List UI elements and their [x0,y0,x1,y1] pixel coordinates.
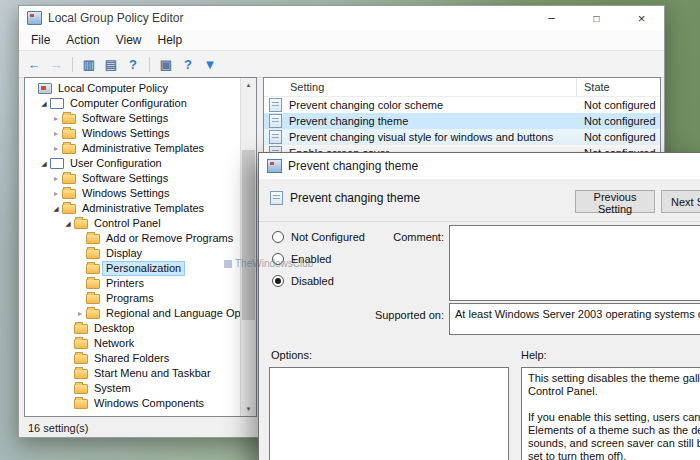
tree-item-display[interactable]: Display [25,246,240,261]
expanded-arrow-icon[interactable]: ◢ [51,205,61,212]
tree-item-label: Computer Configuration [67,97,190,110]
radio-not-configured[interactable]: Not Configured [272,231,365,243]
collapsed-arrow-icon[interactable]: ▸ [51,145,61,153]
tree-item-control-panel[interactable]: ◢Control Panel [25,216,240,231]
tree-item-label: Printers [103,277,147,290]
radio-circle-icon[interactable] [272,275,284,287]
setting-doc-icon [270,191,283,205]
close-button[interactable]: × [619,6,664,30]
folder-icon [74,339,88,349]
list-row-prevent-changing-color-scheme[interactable]: Prevent changing color schemeNot configu… [264,97,660,113]
tree-item-label: Desktop [91,322,137,335]
folder-icon [86,249,100,259]
tree-item-software-settings[interactable]: ▸Software Settings [25,111,240,126]
tree-item-start-menu-and-taskbar[interactable]: Start Menu and Taskbar [25,366,240,381]
scroll-down-icon[interactable]: ▼ [241,402,256,416]
tree-item-add-or-remove-programs[interactable]: Add or Remove Programs [25,231,240,246]
tree-item-label: Regional and Language Options [103,307,240,320]
supported-on-value: At least Windows Server 2003 operating s… [449,303,700,335]
tree-item-label: Administrative Templates [79,142,207,155]
column-header-state[interactable]: State [577,78,660,96]
collapsed-arrow-icon[interactable]: ▸ [51,190,61,198]
tree-item-windows-settings[interactable]: ▸Windows Settings [25,126,240,141]
setting-doc-icon [269,130,282,144]
tree-item-label: Network [91,337,137,350]
tree-item-system[interactable]: System [25,381,240,396]
watermark-text: TheWindowsClub [235,258,313,269]
help-text[interactable]: This setting disables the theme gallery … [521,367,700,460]
filter-icon[interactable]: ▼ [200,54,220,74]
tree-item-programs[interactable]: Programs [25,291,240,306]
list-row-prevent-changing-theme[interactable]: Prevent changing themeNot configured [264,113,660,129]
console-window-icon[interactable]: ▣ [156,54,176,74]
tree-item-network[interactable]: Network [25,336,240,351]
tree-item-label: Display [103,247,145,260]
next-setting-button[interactable]: Next Setting [661,190,700,213]
tree-item-label: Start Menu and Taskbar [91,367,214,380]
menu-item-file[interactable]: File [23,31,58,49]
help-topics-icon[interactable]: ? [178,54,198,74]
tree-item-administrative-templates[interactable]: ▸Administrative Templates [25,141,240,156]
radio-circle-icon[interactable] [272,231,284,243]
expanded-arrow-icon[interactable]: ◢ [39,160,49,167]
options-label: Options: [271,349,312,361]
tree-item-computer-configuration[interactable]: ◢Computer Configuration [25,96,240,111]
menu-item-view[interactable]: View [108,31,150,49]
folder-icon [86,294,100,304]
radio-disabled[interactable]: Disabled [272,275,334,287]
export-list-icon[interactable]: ▤ [101,54,121,74]
back-icon[interactable]: ← [24,54,44,74]
previous-setting-button[interactable]: Previous Setting [575,190,655,213]
tree-scrollbar[interactable]: ▲ ▼ [240,78,256,416]
folder-icon [62,114,76,124]
policy-icon [38,83,52,94]
folder-icon [74,369,88,379]
watermark: TheWindowsClub [224,258,313,269]
setting-doc-icon [269,98,282,112]
folder-icon [62,129,76,139]
comment-input[interactable] [449,225,700,301]
tree-item-label: Administrative Templates [79,202,207,215]
tree-item-desktop[interactable]: Desktop [25,321,240,336]
expanded-arrow-icon[interactable]: ◢ [63,220,73,227]
collapsed-arrow-icon[interactable]: ▸ [51,130,61,138]
expanded-arrow-icon[interactable]: ◢ [39,100,49,107]
tree-item-personalization[interactable]: Personalization [25,261,240,276]
scrollbar-thumb[interactable] [242,150,255,320]
collapsed-arrow-icon[interactable]: ▸ [75,310,85,318]
list-header: Setting State [264,78,660,97]
forward-icon[interactable]: → [46,54,66,74]
setting-name: Prevent changing visual style for window… [289,131,577,143]
tree-item-software-settings[interactable]: ▸Software Settings [25,171,240,186]
menu-bar: FileActionViewHelp [19,30,664,50]
folder-icon [62,144,76,154]
collapsed-arrow-icon[interactable]: ▸ [51,115,61,123]
help-icon[interactable]: ? [123,54,143,74]
tree-item-shared-folders[interactable]: Shared Folders [25,351,240,366]
computer-icon [50,158,64,169]
tree-item-user-configuration[interactable]: ◢User Configuration [25,156,240,171]
collapsed-arrow-icon[interactable]: ▸ [51,175,61,183]
tree-item-label: Software Settings [79,172,171,185]
dialog-title: Prevent changing theme [288,159,418,173]
tree-item-regional-and-language-options[interactable]: ▸Regional and Language Options [25,306,240,321]
tree-item-administrative-templates[interactable]: ◢Administrative Templates [25,201,240,216]
menu-item-action[interactable]: Action [58,31,107,49]
tree-item-windows-settings[interactable]: ▸Windows Settings [25,186,240,201]
maximize-button[interactable]: □ [574,6,619,30]
minimize-button[interactable]: – [529,6,574,30]
dialog-setting-row: Prevent changing theme [270,191,420,205]
folder-icon [62,204,76,214]
tree-item-printers[interactable]: Printers [25,276,240,291]
folder-icon [86,234,100,244]
radio-label: Disabled [291,275,334,287]
tree-item-label: Personalization [103,262,184,275]
menu-item-help[interactable]: Help [150,31,191,49]
tree-item-windows-components[interactable]: Windows Components [25,396,240,411]
column-header-setting[interactable]: Setting [264,78,577,96]
tree-item-local-computer-policy[interactable]: Local Computer Policy [25,81,240,96]
list-row-prevent-changing-visual-style-for-windows-and-buttons[interactable]: Prevent changing visual style for window… [264,129,660,145]
show-console-tree-icon[interactable]: ▥ [79,54,99,74]
radio-label: Not Configured [291,231,365,243]
scroll-up-icon[interactable]: ▲ [241,78,256,92]
